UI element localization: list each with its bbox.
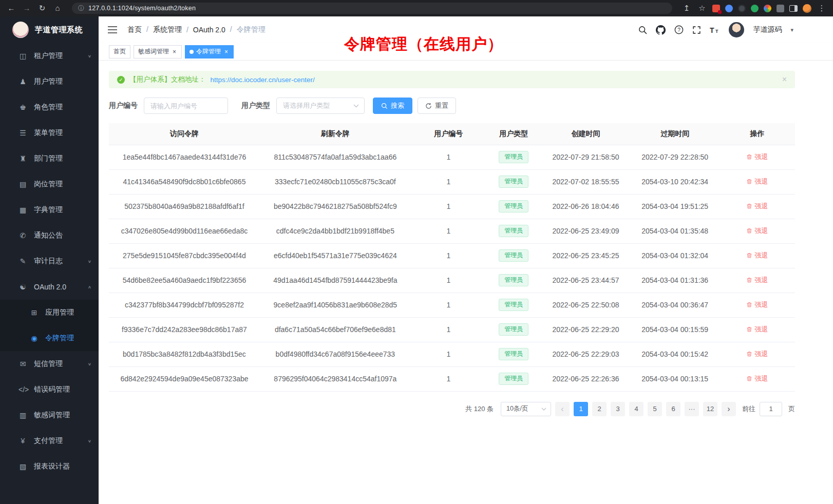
svg-text:T: T bbox=[710, 26, 714, 34]
help-icon[interactable]: ? bbox=[674, 25, 684, 34]
breadcrumb-home[interactable]: 首页 bbox=[127, 25, 142, 34]
username[interactable]: 芋道源码 bbox=[753, 25, 782, 34]
collapse-sidebar-icon[interactable] bbox=[108, 26, 117, 33]
github-icon[interactable] bbox=[656, 25, 666, 35]
extension-icon-red[interactable] bbox=[712, 5, 720, 12]
force-logout-button[interactable]: 强退 bbox=[746, 251, 768, 260]
sidebar-item-tenant-management[interactable]: ◫ 租户管理 ∨ bbox=[0, 43, 99, 69]
profile-avatar[interactable] bbox=[803, 4, 811, 13]
back-icon[interactable]: ← bbox=[6, 0, 16, 16]
page-button-3[interactable]: 3 bbox=[611, 402, 625, 416]
reload-icon[interactable]: ↻ bbox=[37, 0, 47, 16]
sidebar-item-oauth2[interactable]: ☯ OAuth 2.0 ∧ bbox=[0, 274, 99, 300]
page-suffix-label: 页 bbox=[788, 404, 795, 414]
force-logout-button[interactable]: 强退 bbox=[746, 202, 768, 211]
sidebar-item-sms-management[interactable]: ✉ 短信管理 ∨ bbox=[0, 351, 99, 377]
user-type-select[interactable]: 请选择用户类型 bbox=[276, 98, 365, 114]
force-logout-button[interactable]: 强退 bbox=[746, 152, 768, 162]
menu-label: 用户管理 bbox=[34, 77, 63, 86]
access-token-cell: 54d6be82ee5a460a9aedc1f9bf223656 bbox=[109, 268, 260, 293]
access-token-cell: 6d842e2924594de9a09e45e087323abe bbox=[109, 366, 260, 391]
next-page-button[interactable]: › bbox=[722, 402, 736, 416]
sidebar-item-notice[interactable]: ✆ 通知公告 bbox=[0, 223, 99, 248]
sidebar-item-menu-management[interactable]: ☰ 菜单管理 bbox=[0, 120, 99, 146]
close-icon[interactable]: × bbox=[223, 48, 229, 55]
page-button-6[interactable]: 6 bbox=[666, 402, 680, 416]
user-avatar[interactable] bbox=[729, 22, 744, 37]
extension-icon-green[interactable] bbox=[751, 5, 759, 12]
user-id-input[interactable] bbox=[144, 98, 228, 114]
sidebar-item-post-management[interactable]: ▤ 岗位管理 bbox=[0, 171, 99, 197]
home-icon[interactable]: ⌂ bbox=[52, 0, 63, 16]
side-panel-icon[interactable] bbox=[789, 5, 798, 12]
chevron-down-icon[interactable]: ▾ bbox=[790, 27, 793, 33]
success-check-icon: ✓ bbox=[117, 76, 125, 84]
delete-icon bbox=[746, 277, 752, 283]
sidebar-item-role-management[interactable]: ♚ 角色管理 bbox=[0, 94, 99, 120]
force-logout-button[interactable]: 强退 bbox=[746, 300, 768, 309]
page-size-select[interactable]: 10条/页 bbox=[501, 402, 551, 416]
dept-icon: ♜ bbox=[18, 154, 27, 163]
close-icon[interactable]: × bbox=[782, 75, 787, 84]
table-row: c342377bf8b344799dcbf7bf095287f2 9ce8ef2… bbox=[109, 293, 795, 317]
force-logout-button[interactable]: 强退 bbox=[746, 226, 768, 236]
force-logout-button[interactable]: 强退 bbox=[746, 325, 768, 334]
tab-home[interactable]: 首页 bbox=[109, 45, 130, 59]
prev-page-button[interactable]: ‹ bbox=[555, 402, 570, 416]
user-type-cell: 管理员 bbox=[486, 219, 541, 243]
forward-icon[interactable]: → bbox=[22, 0, 32, 16]
menu-label: 租户管理 bbox=[34, 51, 63, 61]
app-logo[interactable]: 芋道管理系统 bbox=[0, 16, 99, 43]
breadcrumb-system-management[interactable]: 系统管理 bbox=[142, 25, 182, 34]
force-logout-button[interactable]: 强退 bbox=[746, 276, 768, 285]
search-button[interactable]: 搜索 bbox=[373, 98, 412, 114]
page-button-4[interactable]: 4 bbox=[629, 402, 643, 416]
breadcrumb-oauth2[interactable]: OAuth 2.0 bbox=[182, 26, 225, 34]
sidebar-item-report-designer[interactable]: ▧ 报表设计器 bbox=[0, 454, 99, 479]
more-pages-button[interactable]: ··· bbox=[685, 402, 699, 416]
extension-icon-blue[interactable] bbox=[725, 5, 733, 12]
goto-page-input[interactable] bbox=[760, 402, 782, 416]
close-icon[interactable]: × bbox=[172, 48, 177, 55]
action-label: 强退 bbox=[754, 276, 768, 285]
token-icon: ◉ bbox=[30, 334, 39, 342]
force-logout-button[interactable]: 强退 bbox=[746, 177, 768, 186]
extensions-puzzle-icon[interactable] bbox=[777, 5, 784, 12]
user-id-cell: 1 bbox=[411, 169, 486, 194]
url-bar[interactable]: ⓘ 127.0.0.1:1024/system/oauth2/token bbox=[72, 3, 672, 14]
bookmark-star-icon[interactable]: ☆ bbox=[697, 0, 707, 16]
page-button-2[interactable]: 2 bbox=[592, 402, 607, 416]
page-button-5[interactable]: 5 bbox=[648, 402, 662, 416]
search-button-label: 搜索 bbox=[391, 101, 404, 110]
sidebar-item-audit-log[interactable]: ✎ 审计日志 ∨ bbox=[0, 248, 99, 274]
menu-label: 敏感词管理 bbox=[34, 411, 70, 420]
app-title: 芋道管理系统 bbox=[35, 25, 83, 35]
user-type-badge: 管理员 bbox=[499, 323, 528, 336]
reset-button[interactable]: 重置 bbox=[418, 98, 456, 114]
fullscreen-icon[interactable] bbox=[692, 26, 701, 34]
doc-link[interactable]: https://doc.iocoder.cn/user-center/ bbox=[211, 76, 315, 84]
extension-icon-colorful[interactable] bbox=[764, 5, 771, 12]
share-icon[interactable]: ↥ bbox=[681, 0, 692, 16]
sidebar-item-error-code[interactable]: </> 错误码管理 bbox=[0, 377, 99, 402]
force-logout-button[interactable]: 强退 bbox=[746, 350, 768, 359]
sidebar-item-oauth2-token[interactable]: ◉ 令牌管理 bbox=[0, 325, 99, 351]
sidebar-item-pay-management[interactable]: ¥ 支付管理 ∨ bbox=[0, 428, 99, 454]
code-icon: </> bbox=[18, 385, 27, 394]
font-size-icon[interactable]: TT bbox=[710, 26, 720, 34]
sidebar-item-user-management[interactable]: ♟ 用户管理 bbox=[0, 69, 99, 94]
browser-menu-icon[interactable]: ⋮ bbox=[817, 0, 827, 16]
sidebar-item-dept-management[interactable]: ♜ 部门管理 bbox=[0, 146, 99, 171]
sidebar-item-dict-management[interactable]: ▦ 字典管理 bbox=[0, 197, 99, 223]
sidebar-item-oauth2-app[interactable]: ⊞ 应用管理 bbox=[0, 300, 99, 325]
sidebar-item-sensitive-word[interactable]: ▥ 敏感词管理 bbox=[0, 402, 99, 428]
search-icon[interactable] bbox=[638, 26, 647, 34]
page-button-1[interactable]: 1 bbox=[574, 402, 588, 416]
extension-icon-dark[interactable] bbox=[738, 5, 746, 12]
force-logout-button[interactable]: 强退 bbox=[746, 374, 768, 383]
user-type-cell: 管理员 bbox=[486, 169, 541, 194]
tab-token-management[interactable]: 令牌管理 × bbox=[185, 45, 234, 59]
site-info-icon[interactable]: ⓘ bbox=[78, 4, 84, 13]
tab-sensitive-word[interactable]: 敏感词管理 × bbox=[134, 45, 182, 59]
page-button-12[interactable]: 12 bbox=[703, 402, 717, 416]
